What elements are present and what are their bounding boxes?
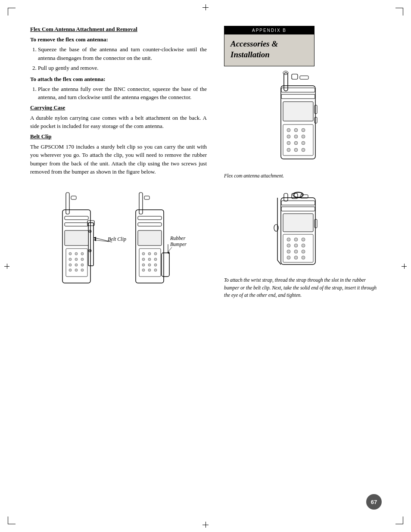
svg-rect-58 [284,73,288,91]
svg-point-38 [154,252,157,255]
carrying-case-body: A durable nylon carrying case comes with… [30,114,207,131]
svg-rect-29 [139,193,143,214]
page: Flex Com Antenna Attachment and Removal … [0,0,411,532]
svg-point-93 [302,244,305,247]
svg-rect-61 [300,76,308,79]
svg-point-20 [81,258,84,261]
svg-point-45 [142,269,145,271]
svg-point-97 [287,256,290,259]
svg-rect-3 [88,223,93,266]
content-area: Flex Com Antenna Attachment and Removal … [30,26,381,506]
svg-point-37 [148,252,151,255]
attach-subheading: To attach the flex com antenna: [30,76,207,83]
appendix-box: APPENDIX B Accessories & Installation [224,26,314,66]
svg-point-36 [142,252,145,255]
svg-rect-57 [281,86,315,159]
svg-point-22 [75,264,78,266]
svg-point-73 [294,141,298,145]
svg-point-69 [287,135,290,138]
svg-point-25 [75,269,78,271]
svg-rect-60 [292,74,298,79]
svg-point-44 [154,264,157,266]
svg-point-77 [302,148,305,152]
svg-rect-11 [65,216,88,220]
belt-clip-heading: Belt Clip [30,133,207,140]
svg-point-39 [142,258,145,261]
svg-point-40 [148,258,151,261]
svg-point-92 [294,244,298,247]
carrying-case-heading: Carrying Case [30,104,207,111]
wrist-strap-caption: To attach the wrist strap, thread the st… [224,277,381,299]
svg-point-96 [302,250,305,253]
svg-rect-1 [66,193,69,214]
radio-wrist-strap-svg [257,191,348,273]
svg-point-42 [142,264,145,266]
svg-point-23 [81,264,84,266]
remove-steps: Squeeze the base of the antenna and turn… [38,45,207,72]
svg-point-17 [81,252,84,255]
svg-rect-28 [136,210,164,283]
carrying-case-section: Carrying Case A durable nylon carrying c… [30,104,207,131]
attach-steps: Place the antenna fully over the BNC con… [38,85,207,102]
right-column: APPENDIX B Accessories & Installation [215,26,381,506]
appendix-title-line1: Accessories & [230,39,278,48]
svg-point-90 [302,238,305,241]
belt-clip-body: The GPSCOM 170 includes a sturdy belt cl… [30,143,207,176]
svg-rect-0 [62,210,90,283]
svg-text:Belt Clip: Belt Clip [108,236,126,242]
svg-point-18 [69,258,72,261]
radio-flex-com-svg [257,71,348,170]
svg-rect-100 [314,219,317,228]
svg-text:Rubber: Rubber [170,235,186,241]
svg-rect-64 [283,102,313,121]
svg-marker-55 [167,252,170,254]
belt-figure: Belt Clip Rubber Bumper [30,184,207,305]
svg-point-74 [302,141,305,145]
svg-rect-12 [65,223,88,226]
svg-rect-34 [138,230,162,246]
svg-point-67 [294,128,298,132]
page-number-box: 67 [366,494,382,510]
flex-com-section: Flex Com Antenna Attachment and Removal … [30,26,207,102]
svg-point-19 [75,258,78,261]
svg-point-16 [75,252,78,255]
remove-step-2: Pull up gently and remove. [38,64,207,72]
svg-point-75 [287,148,290,152]
svg-rect-62 [281,88,315,92]
svg-point-26 [81,269,84,271]
svg-point-46 [148,269,151,271]
page-number: 67 [366,494,382,510]
svg-rect-63 [281,94,315,99]
svg-point-24 [69,269,72,271]
attach-step-1: Place the antenna fully over the BNC con… [38,85,207,102]
belt-clip-illustration: Belt Clip Rubber Bumper [37,184,200,305]
svg-rect-31 [162,253,169,277]
svg-point-70 [294,135,298,138]
svg-point-68 [302,128,305,132]
svg-point-95 [294,250,298,253]
appendix-title-line2: Installation [230,50,270,59]
flex-com-heading: Flex Com Antenna Attachment and Removal [30,26,207,33]
svg-point-47 [154,269,157,271]
svg-point-66 [287,128,290,132]
svg-rect-2 [71,196,76,199]
svg-rect-33 [138,223,162,226]
svg-rect-78 [314,105,317,114]
flex-com-caption: Flex com antenna attachment. [224,172,381,179]
left-column: Flex Com Antenna Attachment and Removal … [30,26,215,506]
svg-rect-81 [284,193,288,201]
appendix-label: APPENDIX B [224,26,314,34]
svg-marker-51 [94,239,96,241]
svg-text:Bumper: Bumper [170,241,187,247]
svg-rect-86 [283,214,313,232]
svg-point-89 [294,238,298,241]
flex-com-figure: Flex com antenna attachment. [224,71,381,179]
svg-point-88 [287,238,290,241]
belt-clip-section: Belt Clip The GPSCOM 170 includes a stur… [30,133,207,176]
svg-point-91 [287,244,290,247]
remove-subheading: To remove the flex com antenna: [30,36,207,43]
svg-rect-79 [314,117,317,123]
svg-point-71 [302,135,305,138]
svg-point-15 [69,252,72,255]
svg-rect-85 [281,207,315,211]
